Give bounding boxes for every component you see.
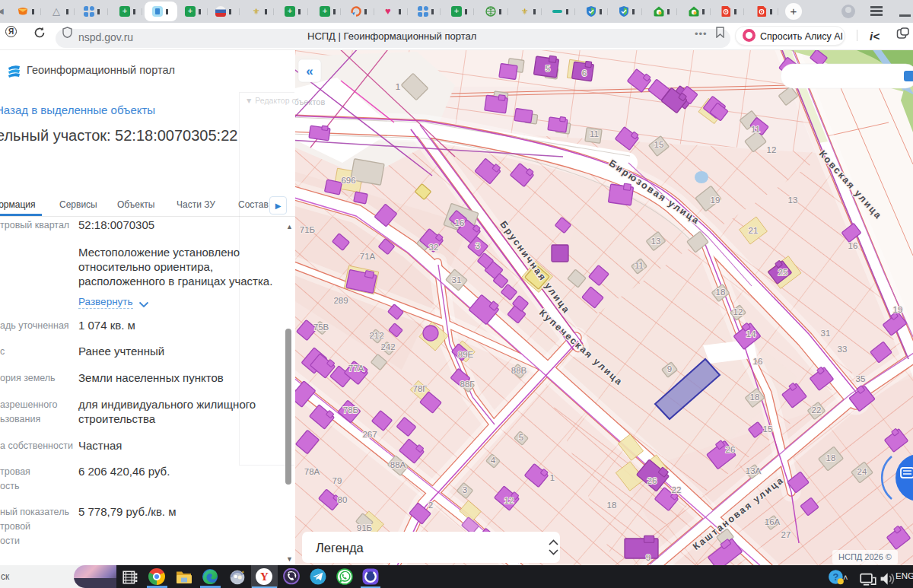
svg-text:33: 33 — [838, 345, 848, 354]
svg-text:Редактор объектов: Редактор объектов — [295, 97, 325, 106]
svg-text:88А: 88А — [390, 460, 406, 469]
svg-text:21: 21 — [749, 226, 759, 235]
svg-text:26: 26 — [647, 476, 657, 485]
svg-text:15: 15 — [763, 424, 773, 434]
svg-text:24: 24 — [857, 467, 867, 476]
svg-text:9: 9 — [646, 553, 651, 562]
svg-text:78Б: 78Б — [343, 405, 358, 415]
svg-text:91Б: 91Б — [357, 523, 372, 532]
svg-text:289: 289 — [333, 296, 348, 305]
svg-text:78Г: 78Г — [412, 384, 428, 393]
svg-text:16А: 16А — [765, 517, 781, 526]
svg-text:26: 26 — [726, 445, 736, 454]
svg-text:12: 12 — [767, 145, 777, 154]
svg-text:5: 5 — [519, 433, 523, 442]
svg-text:212: 212 — [369, 331, 383, 340]
svg-text:13А: 13А — [746, 466, 762, 475]
svg-text:88В: 88В — [511, 366, 527, 375]
svg-text:Легенда: Легенда — [316, 541, 364, 555]
svg-text:16: 16 — [455, 218, 465, 227]
svg-text:15: 15 — [654, 140, 664, 149]
svg-text:88Г: 88Г — [460, 380, 475, 389]
svg-text:27: 27 — [781, 530, 791, 539]
svg-text:71Б: 71Б — [300, 225, 315, 234]
svg-text:18: 18 — [826, 453, 836, 462]
svg-text:14: 14 — [746, 329, 756, 338]
svg-text:2: 2 — [428, 501, 433, 510]
svg-text:11: 11 — [635, 261, 644, 270]
svg-text:13: 13 — [651, 237, 661, 246]
svg-text:77А: 77А — [348, 364, 364, 373]
svg-text:16: 16 — [753, 357, 763, 366]
svg-text:19: 19 — [711, 195, 721, 205]
svg-text:«: « — [306, 64, 313, 78]
svg-text:19: 19 — [893, 305, 903, 314]
svg-text:35: 35 — [856, 374, 866, 383]
svg-text:6: 6 — [582, 68, 587, 78]
svg-text:11: 11 — [590, 129, 599, 138]
svg-text:12: 12 — [733, 307, 743, 316]
svg-text:80: 80 — [338, 495, 348, 504]
svg-text:3: 3 — [463, 485, 467, 494]
svg-text:11: 11 — [751, 125, 760, 134]
svg-text:31: 31 — [821, 329, 831, 338]
svg-text:4: 4 — [491, 456, 496, 465]
svg-text:25: 25 — [778, 268, 788, 277]
svg-text:78А: 78А — [304, 467, 320, 476]
svg-text:22: 22 — [812, 405, 822, 415]
svg-text:32: 32 — [429, 243, 439, 252]
svg-text:1: 1 — [550, 473, 555, 482]
svg-text:22: 22 — [672, 485, 682, 494]
svg-text:71А: 71А — [360, 252, 376, 261]
svg-text:18: 18 — [716, 288, 726, 297]
svg-text:13: 13 — [788, 195, 798, 205]
svg-text:12: 12 — [504, 496, 514, 505]
svg-text:242: 242 — [380, 342, 395, 351]
svg-text:89Е: 89Е — [458, 350, 474, 359]
svg-text:5: 5 — [546, 64, 550, 73]
svg-text:9: 9 — [667, 364, 672, 373]
svg-text:3: 3 — [476, 241, 480, 250]
svg-text:18: 18 — [750, 393, 760, 402]
svg-text:79: 79 — [332, 476, 342, 485]
svg-text:696: 696 — [341, 176, 355, 185]
svg-text:267: 267 — [362, 430, 377, 439]
svg-text:16: 16 — [848, 241, 858, 250]
svg-text:31: 31 — [452, 275, 462, 284]
svg-text:НСПД 2026 ©: НСПД 2026 © — [838, 552, 892, 561]
svg-text:18: 18 — [607, 501, 617, 510]
svg-text:1: 1 — [396, 82, 400, 91]
svg-text:75В: 75В — [313, 323, 329, 332]
